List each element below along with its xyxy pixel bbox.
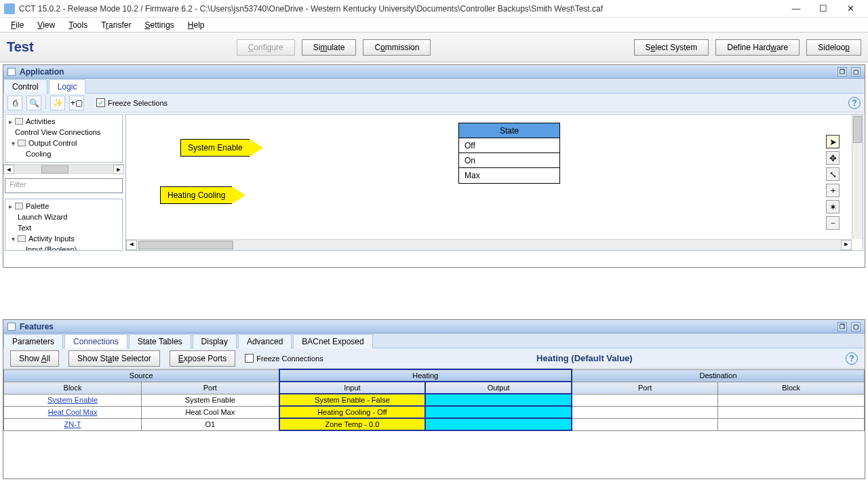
header-center: Configure Simulate Commission bbox=[34, 39, 634, 56]
cell-dport bbox=[572, 418, 718, 430]
find-icon[interactable]: 🔍 bbox=[26, 96, 41, 110]
menu-help[interactable]: Help bbox=[181, 19, 212, 31]
block-heating-cooling[interactable]: Heating Cooling bbox=[160, 186, 245, 204]
state-row[interactable]: On bbox=[459, 153, 559, 168]
simulate-button[interactable]: Simulate bbox=[302, 39, 357, 56]
table-row[interactable]: ZN-T O1 Zone Temp - 0.0 bbox=[4, 418, 865, 430]
panel-restore-icon[interactable]: ❐ bbox=[837, 67, 847, 77]
filter-input[interactable]: Filter bbox=[5, 178, 123, 193]
minimize-button[interactable]: — bbox=[783, 1, 810, 16]
palette-tree[interactable]: ▸Palette Launch Wizard Text ▾Activity In… bbox=[5, 199, 123, 251]
cell-block[interactable]: System Enable bbox=[4, 394, 142, 406]
fit-tool-icon[interactable]: ⤡ bbox=[826, 167, 840, 181]
table-row[interactable]: Heat Cool Max Heat Cool Max Heating Cool… bbox=[4, 406, 865, 418]
panel-restore-icon[interactable]: ❐ bbox=[837, 322, 847, 331]
cell-output[interactable] bbox=[425, 394, 572, 406]
palette-item[interactable]: Input (Boolean) bbox=[26, 245, 77, 251]
tab-logic[interactable]: Logic bbox=[49, 79, 86, 94]
palette-item[interactable]: Text bbox=[18, 224, 31, 232]
tree-item[interactable]: Control View Connections bbox=[15, 128, 100, 136]
add-icon[interactable]: +▢ bbox=[69, 96, 84, 110]
freeze-connections-checkbox[interactable]: Freeze Connections bbox=[245, 354, 323, 363]
close-button[interactable]: ✕ bbox=[837, 1, 864, 16]
zoom-in-icon[interactable]: ＋ bbox=[826, 184, 840, 197]
tree-item[interactable]: Output Control bbox=[28, 139, 77, 147]
activities-tree[interactable]: ▸Activities Control View Connections ▾Ou… bbox=[5, 114, 123, 163]
col-input: Input bbox=[279, 382, 426, 394]
commission-button[interactable]: Commission bbox=[363, 39, 431, 56]
state-box[interactable]: State Off On Max bbox=[458, 123, 560, 184]
cell-output[interactable] bbox=[425, 418, 572, 430]
help-icon[interactable]: ? bbox=[848, 97, 861, 109]
palette-item[interactable]: Activity Inputs bbox=[28, 235, 75, 243]
freeze-selections-checkbox[interactable]: ✓ Freeze Selections bbox=[96, 98, 167, 107]
help-icon[interactable]: ? bbox=[846, 352, 858, 365]
cell-block[interactable]: Heat Cool Max bbox=[4, 406, 142, 418]
features-toolbar: Show All Show State Selector Expose Port… bbox=[3, 348, 865, 369]
cell-input[interactable]: System Enable - False bbox=[279, 394, 426, 406]
tree-item[interactable]: Cooling bbox=[26, 150, 51, 158]
tab-connections[interactable]: Connections bbox=[64, 334, 127, 348]
pointer-tool-icon[interactable]: ➤ bbox=[826, 135, 840, 148]
expose-ports-button[interactable]: Expose Ports bbox=[170, 350, 235, 367]
zoom-out-icon[interactable]: － bbox=[826, 216, 840, 230]
features-panel: Features ❐ ▢ Parameters Connections Stat… bbox=[3, 319, 865, 479]
panel-square-icon bbox=[7, 323, 16, 331]
cell-block[interactable]: ZN-T bbox=[4, 418, 142, 430]
application-panel-title: Application ❐ ▢ bbox=[3, 65, 865, 79]
menu-view[interactable]: View bbox=[31, 19, 62, 31]
table-row[interactable]: System Enable System Enable System Enabl… bbox=[4, 394, 865, 406]
menu-settings[interactable]: Settings bbox=[138, 19, 180, 31]
menu-tools[interactable]: Tools bbox=[62, 19, 94, 31]
features-tabs: Parameters Connections State Tables Disp… bbox=[3, 333, 865, 348]
show-state-selector-button[interactable]: Show State Selector bbox=[68, 350, 160, 367]
canvas-hscroll[interactable]: ◄► bbox=[126, 239, 852, 250]
tab-advanced[interactable]: Advanced bbox=[238, 334, 292, 348]
tree-item[interactable]: Activities bbox=[26, 117, 55, 125]
panel-maximize-icon[interactable]: ▢ bbox=[851, 322, 861, 331]
menu-transfer[interactable]: Transfer bbox=[94, 19, 138, 31]
tab-bacnet[interactable]: BACnet Exposed bbox=[293, 334, 372, 348]
col-block: Block bbox=[4, 382, 142, 394]
panel-title-label: Application bbox=[20, 67, 64, 77]
window-titlebar: CCT 15.0.2 - Release Mode 10.2 / Firmwar… bbox=[0, 0, 868, 18]
panel-maximize-icon[interactable]: ▢ bbox=[851, 67, 861, 77]
canvas-tool-palette: ➤ ✥ ⤡ ＋ ✶ － bbox=[826, 135, 840, 230]
col-group-source: Source bbox=[4, 369, 279, 382]
palette-item[interactable]: Launch Wizard bbox=[18, 213, 67, 221]
cell-dblock bbox=[718, 406, 865, 418]
col-output: Output bbox=[425, 382, 572, 394]
pan-tool-icon[interactable]: ✥ bbox=[826, 151, 840, 165]
tab-control[interactable]: Control bbox=[3, 79, 47, 94]
col-group-heating: Heating bbox=[279, 369, 572, 382]
palette-title: Palette bbox=[26, 202, 49, 210]
state-header: State bbox=[459, 123, 559, 138]
sideloop-button[interactable]: Sideloop bbox=[806, 39, 861, 56]
select-system-button[interactable]: Select System bbox=[634, 39, 709, 56]
print-icon[interactable]: ⎙ bbox=[7, 96, 22, 110]
tab-display[interactable]: Display bbox=[193, 334, 237, 348]
maximize-button[interactable]: ☐ bbox=[810, 1, 837, 16]
cell-input[interactable]: Heating Cooling - Off bbox=[279, 406, 426, 418]
show-all-button[interactable]: Show All bbox=[10, 350, 59, 367]
panel-title-label: Features bbox=[20, 322, 54, 331]
logic-canvas[interactable]: System Enable Heating Cooling State Off … bbox=[125, 114, 863, 251]
block-system-enable[interactable]: System Enable bbox=[180, 139, 263, 157]
cell-output[interactable] bbox=[425, 406, 572, 418]
tree-hscroll[interactable]: ◄► bbox=[3, 164, 124, 174]
canvas-vscroll[interactable] bbox=[852, 115, 863, 239]
state-row[interactable]: Max bbox=[459, 168, 559, 183]
zoom-fit-icon[interactable]: ✶ bbox=[826, 200, 840, 214]
state-row[interactable]: Off bbox=[459, 138, 559, 153]
col-port: Port bbox=[142, 382, 279, 394]
application-panel: Application ❐ ▢ Control Logic ⎙ 🔍 ✨ +▢ ✓… bbox=[3, 64, 865, 268]
cell-input[interactable]: Zone Temp - 0.0 bbox=[279, 418, 426, 430]
application-body: ▸Activities Control View Connections ▾Ou… bbox=[3, 113, 865, 252]
configure-button[interactable]: Configure bbox=[237, 39, 295, 56]
tab-state-tables[interactable]: State Tables bbox=[129, 334, 191, 348]
define-hardware-button[interactable]: Define Hardware bbox=[715, 39, 800, 56]
wand-icon[interactable]: ✨ bbox=[50, 96, 65, 110]
tab-parameters[interactable]: Parameters bbox=[3, 334, 63, 348]
menu-file[interactable]: File bbox=[4, 19, 31, 31]
col-dest-block: Block bbox=[718, 382, 865, 394]
